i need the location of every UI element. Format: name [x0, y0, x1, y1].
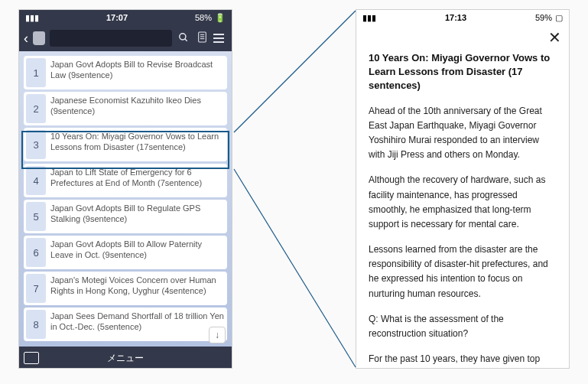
- item-number: 1: [26, 58, 46, 87]
- item-text: Japan Govt Adopts Bill to Revise Broadca…: [50, 58, 225, 81]
- article-paragraph: Although the recovery of hardware, such …: [369, 173, 557, 232]
- item-text: Japan Sees Demand Shortfall of 18 trilli…: [50, 310, 225, 333]
- item-number: 3: [26, 130, 46, 159]
- signal-icon: ▮▮▮: [362, 13, 376, 23]
- search-icon[interactable]: [177, 32, 190, 45]
- phone-list-screen: ▮▮▮ 17:07 58% 🔋 ‹ 1 Japan Govt Adopts Bi…: [18, 9, 232, 369]
- item-text: 10 Years On: Miyagi Governor Vows to Lea…: [50, 130, 225, 153]
- list-item[interactable]: 1 Japan Govt Adopts Bill to Revise Broad…: [24, 56, 227, 89]
- item-number: 6: [26, 238, 46, 267]
- status-bar: ▮▮▮ 17:13 59% ▢: [356, 10, 569, 25]
- item-number: 8: [26, 310, 46, 339]
- article-paragraph: For the past 10 years, they have given t…: [369, 352, 557, 369]
- keyboard-icon[interactable]: [24, 352, 39, 364]
- svg-line-1: [185, 38, 187, 41]
- back-icon[interactable]: ‹: [24, 31, 28, 45]
- status-time: 17:13: [445, 13, 466, 22]
- battery-percent: 58%: [195, 13, 212, 22]
- battery-percent: 59%: [535, 13, 552, 22]
- close-icon[interactable]: ✕: [548, 30, 561, 45]
- item-text: Japanese Economist Kazuhito Ikeo Dies (9…: [50, 94, 225, 117]
- list-item[interactable]: 4 Japan to Lift State of Emergency for 6…: [24, 164, 227, 197]
- article-title: 10 Years On: Miyagi Governor Vows to Lea…: [369, 51, 557, 93]
- list-item[interactable]: 2 Japanese Economist Kazuhito Ikeo Dies …: [24, 92, 227, 125]
- item-text: Japan Govt Adopts Bill to Regulate GPS S…: [50, 202, 225, 225]
- svg-line-7: [234, 169, 356, 367]
- battery-icon: 🔋: [215, 13, 226, 23]
- item-number: 7: [26, 274, 46, 303]
- item-number: 2: [26, 94, 46, 123]
- bottom-menu-bar[interactable]: メニュー: [19, 347, 232, 369]
- article-paragraph: Q: What is the assessment of the reconst…: [369, 312, 557, 341]
- phone-article-screen: ▮▮▮ 17:13 59% ▢ ✕ 10 Years On: Miyagi Go…: [356, 9, 570, 369]
- article-paragraph: Lessons learned from the disaster are th…: [369, 242, 557, 301]
- menu-label: メニュー: [107, 352, 144, 365]
- signal-icon: ▮▮▮: [25, 13, 39, 23]
- menu-icon[interactable]: [213, 34, 227, 43]
- item-number: 5: [26, 202, 46, 231]
- battery-icon: ▢: [555, 13, 563, 23]
- article-paragraph: Ahead of the 10th anniversary of the Gre…: [369, 104, 557, 163]
- article-view[interactable]: ✕ 10 Years On: Miyagi Governor Vows to L…: [356, 25, 569, 369]
- item-number: 4: [26, 166, 46, 195]
- document-icon[interactable]: [195, 31, 209, 45]
- svg-point-0: [180, 33, 186, 39]
- status-bar: ▮▮▮ 17:07 58% 🔋: [19, 10, 232, 25]
- nav-bar: ‹: [19, 25, 232, 51]
- list-item[interactable]: 5 Japan Govt Adopts Bill to Regulate GPS…: [24, 200, 227, 233]
- list-item[interactable]: 6 Japan Govt Adopts Bill to Allow Patern…: [24, 236, 227, 269]
- news-list[interactable]: 1 Japan Govt Adopts Bill to Revise Broad…: [19, 51, 232, 347]
- item-text: Japan to Lift State of Emergency for 6 P…: [50, 166, 225, 189]
- scroll-down-button[interactable]: ↓: [209, 327, 226, 343]
- item-text: Japan's Motegi Voices Concern over Human…: [50, 274, 225, 297]
- status-time: 17:07: [106, 13, 128, 22]
- search-input[interactable]: [50, 30, 172, 47]
- shield-icon[interactable]: [33, 31, 45, 45]
- list-item[interactable]: 3 10 Years On: Miyagi Governor Vows to L…: [24, 128, 227, 161]
- list-item[interactable]: 7 Japan's Motegi Voices Concern over Hum…: [24, 272, 227, 305]
- svg-line-6: [234, 11, 356, 132]
- list-item[interactable]: 8 Japan Sees Demand Shortfall of 18 tril…: [24, 308, 227, 341]
- item-text: Japan Govt Adopts Bill to Allow Paternit…: [50, 238, 225, 261]
